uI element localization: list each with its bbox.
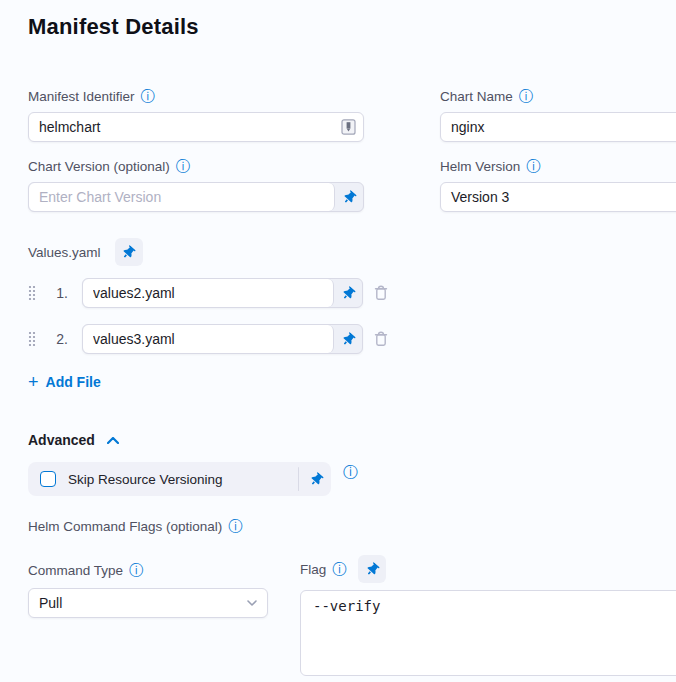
values-file-input[interactable] bbox=[83, 279, 334, 307]
trash-icon[interactable] bbox=[373, 283, 391, 303]
pin-icon[interactable] bbox=[115, 238, 143, 266]
chart-version-input[interactable] bbox=[29, 183, 335, 211]
skip-resource-versioning-field: Skip Resource Versioning bbox=[28, 462, 331, 496]
chart-name-input[interactable] bbox=[440, 112, 676, 142]
pin-icon[interactable] bbox=[334, 325, 362, 353]
helm-version-select[interactable]: Version 3 bbox=[440, 182, 676, 212]
values-file-input[interactable] bbox=[83, 325, 334, 353]
chevron-up-icon bbox=[107, 437, 119, 444]
flag-label: Flag ⓘ bbox=[300, 561, 346, 577]
row-index: 1. bbox=[48, 285, 68, 301]
values-file-row: 2. bbox=[28, 324, 676, 354]
values-file-row: 1. bbox=[28, 278, 676, 308]
pin-icon[interactable] bbox=[358, 555, 386, 583]
page-title: Manifest Details bbox=[28, 14, 676, 40]
pin-icon[interactable] bbox=[335, 183, 363, 211]
advanced-toggle[interactable]: Advanced bbox=[28, 432, 119, 448]
flag-header: Flag ⓘ bbox=[300, 555, 676, 583]
info-icon[interactable]: ⓘ bbox=[176, 159, 190, 173]
values-yaml-label: Values.yaml bbox=[28, 244, 101, 260]
chart-version-label: Chart Version (optional) ⓘ bbox=[28, 158, 364, 174]
info-icon[interactable]: ⓘ bbox=[228, 519, 242, 533]
edit-id-icon[interactable] bbox=[341, 119, 356, 135]
drag-handle-icon[interactable] bbox=[28, 331, 38, 347]
info-icon[interactable]: ⓘ bbox=[129, 563, 143, 577]
drag-handle-icon[interactable] bbox=[28, 285, 38, 301]
command-type-select[interactable]: Pull bbox=[28, 588, 268, 618]
chart-name-label: Chart Name ⓘ bbox=[440, 88, 676, 104]
form-row-1: Manifest Identifier ⓘ Chart Name ⓘ bbox=[28, 88, 676, 142]
helm-version-label: Helm Version ⓘ bbox=[440, 158, 676, 174]
chevron-down-icon bbox=[247, 600, 257, 606]
plus-icon: + bbox=[28, 375, 39, 389]
manifest-identifier-input[interactable] bbox=[28, 112, 364, 142]
add-file-button[interactable]: + Add File bbox=[28, 374, 101, 390]
form-row-2: Chart Version (optional) ⓘ Helm Version … bbox=[28, 158, 676, 212]
row-index: 2. bbox=[48, 331, 68, 347]
trash-icon[interactable] bbox=[373, 329, 391, 349]
info-icon[interactable]: ⓘ bbox=[519, 89, 533, 103]
command-flag-row: Command Type ⓘ Pull Flag ⓘ --verify bbox=[28, 562, 676, 680]
info-icon[interactable]: ⓘ bbox=[526, 159, 540, 173]
info-icon[interactable]: ⓘ bbox=[332, 562, 346, 576]
skip-resource-versioning-label: Skip Resource Versioning bbox=[68, 472, 298, 487]
info-icon[interactable]: ⓘ bbox=[141, 89, 155, 103]
manifest-details-panel: Manifest Details Manifest Identifier ⓘ C… bbox=[0, 0, 676, 680]
info-icon[interactable]: ⓘ bbox=[343, 465, 358, 479]
values-yaml-header: Values.yaml bbox=[28, 238, 676, 266]
command-type-label: Command Type ⓘ bbox=[28, 562, 268, 578]
flag-input[interactable]: --verify bbox=[300, 590, 676, 676]
manifest-identifier-label: Manifest Identifier ⓘ bbox=[28, 88, 364, 104]
helm-command-flags-label: Helm Command Flags (optional) ⓘ bbox=[28, 518, 676, 534]
divider bbox=[298, 467, 299, 491]
skip-resource-versioning-checkbox[interactable] bbox=[40, 471, 56, 487]
pin-icon[interactable] bbox=[334, 279, 362, 307]
pin-icon[interactable] bbox=[301, 462, 331, 496]
